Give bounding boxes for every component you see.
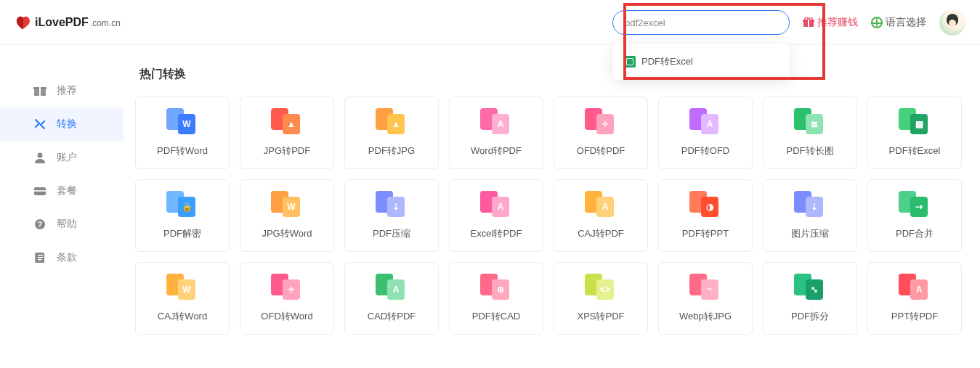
tool-card[interactable]: WPDF转Word — [135, 97, 230, 169]
svg-rect-10 — [34, 190, 46, 192]
tool-card[interactable]: ACAJ转PDF — [554, 179, 648, 252]
nav-icon — [33, 85, 46, 97]
logo[interactable]: iLovePDF.com.cn — [15, 15, 121, 30]
suggestion-item[interactable]: PDF转Excel — [612, 46, 790, 77]
tool-icon: A — [376, 274, 408, 300]
tool-card[interactable]: AWord转PDF — [449, 97, 543, 169]
tool-card[interactable]: <>XPS转PDF — [554, 262, 648, 335]
nav-icon — [33, 185, 46, 197]
tool-icon: ✧ — [271, 274, 303, 300]
suggestion-label: PDF转Excel — [641, 55, 693, 68]
tool-icon: W — [271, 191, 303, 217]
tool-card[interactable]: ▲JPG转PDF — [240, 97, 334, 169]
sidebar-item-label: 账户 — [57, 151, 77, 164]
tool-card[interactable]: ⊕PDF转CAD — [449, 262, 543, 335]
sidebar-item-label: 条款 — [57, 251, 77, 264]
tool-icon: A — [480, 108, 512, 134]
tool-icon: W — [166, 108, 198, 134]
tool-label: PDF转JPG — [368, 144, 415, 158]
gift-icon — [803, 17, 814, 28]
tool-icon: ≣ — [794, 108, 826, 134]
sidebar-item-label: 帮助 — [57, 218, 77, 231]
sidebar-item-1[interactable]: 转换 — [0, 107, 123, 141]
brand-text: iLovePDF.com.cn — [35, 16, 121, 29]
sidebar-item-label: 套餐 — [57, 184, 77, 197]
tool-card[interactable]: ⤡PDF拆分 — [763, 262, 857, 335]
tool-card[interactable]: AExcel转PDF — [449, 179, 543, 252]
tool-card[interactable]: ✧OFD转Word — [240, 262, 334, 335]
tool-label: Webp转JPG — [679, 310, 732, 323]
section-title: 热门转换 — [139, 67, 980, 82]
promo-link[interactable]: 推荐赚钱 — [803, 16, 858, 29]
svg-text:?: ? — [38, 221, 42, 229]
tool-icon: ⇣ — [376, 191, 408, 217]
tool-label: XPS转PDF — [577, 310, 624, 323]
svg-point-4 — [809, 17, 812, 20]
tool-label: PDF转Excel — [889, 144, 941, 158]
tool-icon: ⇢ — [899, 191, 931, 217]
tool-label: 图片压缩 — [791, 227, 829, 240]
tool-icon: A — [689, 108, 721, 134]
tool-label: CAJ转PDF — [578, 227, 624, 240]
tool-label: PDF拆分 — [791, 310, 829, 323]
tool-label: PDF合并 — [896, 227, 934, 240]
nav-icon — [33, 152, 46, 163]
tool-icon: W — [166, 274, 198, 300]
tool-card[interactable]: 🔒PDF解密 — [135, 179, 230, 252]
tool-card[interactable]: ≣PDF转长图 — [763, 97, 857, 169]
tool-icon: ◑ — [689, 191, 721, 217]
tool-card[interactable]: ✧OFD转PDF — [554, 97, 648, 169]
tool-label: PDF解密 — [163, 227, 201, 240]
tool-card[interactable]: ◑PDF转PPT — [658, 179, 753, 252]
tool-grid: WPDF转Word▲JPG转PDF▲PDF转JPGAWord转PDF✧OFD转P… — [135, 97, 980, 335]
tool-card[interactable]: ACAD转PDF — [344, 262, 439, 335]
tool-card[interactable]: ▦PDF转Excel — [867, 97, 962, 169]
avatar[interactable] — [939, 9, 965, 36]
tool-label: Word转PDF — [471, 144, 522, 158]
tool-label: OFD转Word — [261, 310, 312, 323]
tool-card[interactable]: APDF转OFD — [658, 97, 753, 169]
sidebar-item-3[interactable]: 套餐 — [0, 174, 123, 208]
tool-card[interactable]: ⇢PDF合并 — [867, 179, 962, 252]
tool-label: JPG转Word — [262, 227, 312, 240]
svg-rect-2 — [808, 20, 809, 27]
tool-label: PDF转长图 — [787, 144, 834, 158]
tool-card[interactable]: WCAJ转Word — [135, 262, 230, 335]
tool-label: JPG转PDF — [264, 144, 310, 158]
tool-card[interactable]: APPT转PDF — [867, 262, 962, 335]
language-label: 语言选择 — [886, 16, 926, 29]
search-box[interactable] — [612, 10, 790, 35]
heart-icon — [15, 15, 31, 30]
tool-icon: A — [585, 191, 617, 217]
tool-label: PDF转CAD — [472, 310, 520, 323]
tool-label: PDF转Word — [157, 144, 208, 158]
tool-icon: ▲ — [376, 108, 408, 134]
svg-rect-16 — [38, 257, 43, 258]
tool-icon: <> — [585, 274, 617, 300]
tool-icon: ▦ — [899, 108, 931, 134]
tool-label: PDF转OFD — [681, 144, 729, 158]
tool-icon: ⊕ — [480, 274, 512, 300]
language-link[interactable]: 语言选择 — [871, 16, 926, 29]
sidebar-item-5[interactable]: 条款 — [0, 241, 123, 274]
globe-icon — [871, 17, 883, 28]
search-zone: PDF转Excel — [612, 10, 790, 35]
svg-rect-7 — [39, 87, 41, 96]
nav-icon — [33, 252, 46, 263]
sidebar-item-2[interactable]: 账户 — [0, 141, 123, 174]
tool-icon: ~ — [689, 274, 721, 300]
tool-card[interactable]: WJPG转Word — [240, 179, 334, 252]
tool-card[interactable]: ⇣图片压缩 — [763, 179, 857, 252]
sidebar-item-0[interactable]: 推荐 — [0, 74, 123, 107]
tool-card[interactable]: ⇣PDF压缩 — [344, 179, 439, 252]
svg-rect-15 — [38, 255, 43, 256]
svg-point-8 — [38, 153, 43, 158]
sidebar-item-4[interactable]: ?帮助 — [0, 208, 123, 241]
tool-card[interactable]: ~Webp转JPG — [658, 262, 753, 335]
excel-icon — [624, 56, 636, 68]
tool-label: Excel转PDF — [471, 227, 522, 240]
tool-card[interactable]: ▲PDF转JPG — [344, 97, 439, 169]
tool-label: PDF压缩 — [373, 227, 410, 240]
search-input[interactable] — [625, 17, 777, 28]
sidebar: 推荐转换账户套餐?帮助条款 — [0, 45, 123, 368]
